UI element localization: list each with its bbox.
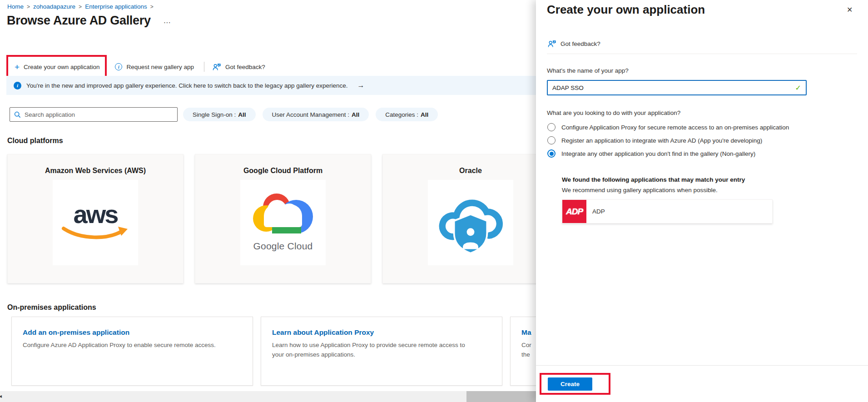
card-oracle-title: Oracle [459,167,482,175]
panel-title: Create your own application [547,3,705,17]
match-subtext: We recommend using gallery applications … [562,187,718,194]
card-google-cloud[interactable]: Google Cloud Platform Google Cloud [195,154,371,283]
radio-icon [547,123,556,131]
got-feedback-button[interactable]: Got feedback? [213,63,265,71]
create-your-own-application-label: Create your own application [24,64,99,70]
annotation-box-create-own: + Create your own application [6,55,107,79]
request-new-gallery-app-label: Request new gallery app [126,64,194,70]
filter-single-sign-on[interactable]: Single Sign-on : All [183,108,256,121]
oracle-logo [428,180,513,265]
arrow-right-icon[interactable]: → [357,81,364,89]
page-title: Browse Azure AD Gallery [7,14,151,28]
valid-checkmark-icon: ✓ [795,84,801,92]
oracle-cloud-shield-icon [435,189,506,256]
radio-integrate-non-gallery[interactable]: Integrate any other application you don'… [547,149,789,158]
command-bar: + Create your own application i Request … [6,55,265,79]
google-cloud-icon [253,194,313,233]
google-cloud-logo: Google Cloud [240,180,326,265]
breadcrumb-separator: > [150,4,154,10]
filter-value: All [421,111,428,118]
create-your-own-application-button[interactable]: + Create your own application [15,63,99,71]
radio-label: Configure Application Proxy for secure r… [561,124,789,131]
cloud-platforms-heading: Cloud platforms [7,137,63,145]
filter-label: Single Sign-on : [193,111,236,118]
search-icon [14,111,21,118]
radio-label: Integrate any other application you don'… [561,150,755,157]
aws-smile-icon [61,225,130,242]
filter-label: User Account Management : [272,111,349,118]
purpose-options: Configure Application Proxy for secure r… [547,123,789,158]
card-learn-application-proxy[interactable]: Learn about Application Proxy Learn how … [261,317,502,386]
adp-logo: ADP [562,200,586,223]
breadcrumb-separator: > [79,4,82,10]
radio-register-application[interactable]: Register an application to integrate wit… [547,136,789,144]
scrollbar-thumb[interactable] [466,391,536,402]
breadcrumb: Home > zohoadapazure > Enterprise applic… [7,3,154,10]
card-title-link[interactable]: Learn about Application Proxy [272,328,491,337]
card-google-cloud-title: Google Cloud Platform [243,167,322,175]
radio-selected-icon [547,149,556,158]
card-body-line: Cor [521,342,531,348]
filter-value: All [352,111,359,118]
horizontal-scrollbar[interactable]: ◂ [0,391,536,402]
filter-categories[interactable]: Categories : All [376,108,438,121]
panel-got-feedback-label: Got feedback? [560,40,600,47]
toolbar-divider [204,62,204,72]
breadcrumb-enterprise-applications[interactable]: Enterprise applications [85,3,147,10]
google-cloud-logo-text: Google Cloud [253,241,313,252]
match-heading: We found the following applications that… [562,176,745,183]
gallery-match-item-adp[interactable]: ADP ADP [562,199,773,223]
filter-label: Categories : [385,111,418,118]
panel-got-feedback-button[interactable]: Got feedback? [548,40,600,48]
app-name-label: What's the name of your app? [547,67,629,74]
breadcrumb-separator: > [27,4,30,10]
card-add-onprem-application[interactable]: Add an on-premises application Configure… [11,317,253,386]
got-feedback-label: Got feedback? [225,64,265,70]
info-filled-icon: i [14,82,21,89]
search-application-input[interactable] [25,111,173,118]
card-body: Configure Azure AD Application Proxy to … [23,341,223,350]
create-button[interactable]: Create [548,377,592,391]
cloud-platform-cards: Amazon Web Services (AWS) aws Google Clo… [7,154,559,283]
filter-user-account-management[interactable]: User Account Management : All [263,108,369,121]
card-body: Learn how to use Application Proxy to pr… [272,341,472,360]
context-menu-icon[interactable]: ⋯ [164,18,171,27]
card-aws[interactable]: Amazon Web Services (AWS) aws [7,154,184,283]
purpose-label: What are you looking to do with your app… [547,109,680,116]
aws-logo: aws [53,180,138,265]
card-aws-title: Amazon Web Services (AWS) [45,167,146,175]
feedback-icon [213,63,221,71]
info-banner[interactable]: i You're in the new and improved app gal… [6,76,536,95]
breadcrumb-zohoadapazure[interactable]: zohoadapazure [33,3,75,10]
create-application-panel: Create your own application ✕ Got feedba… [536,0,868,402]
radio-icon [547,136,556,144]
gallery-match-name: ADP [592,208,605,215]
info-banner-text: You're in the new and improved app galle… [26,82,347,89]
app-name-input[interactable] [552,84,795,91]
close-icon[interactable]: ✕ [845,4,854,16]
search-application-box [10,107,178,122]
filter-pills: Single Sign-on : All User Account Manage… [183,108,438,121]
onprem-heading: On-premises applications [7,303,96,312]
plus-icon: + [15,63,20,71]
card-title-link[interactable]: Add an on-premises application [23,328,242,337]
feedback-icon [548,40,556,48]
panel-footer-divider [536,365,868,366]
panel-divider [547,54,857,54]
radio-label: Register an application to integrate wit… [561,137,762,144]
request-new-gallery-app-button[interactable]: i Request new gallery app [115,63,194,70]
filter-value: All [238,111,246,118]
scrollbar-left-arrow-icon[interactable]: ◂ [0,393,2,399]
aws-logo-text: aws [74,203,118,225]
info-icon: i [115,63,122,70]
card-body-line: the [521,351,530,358]
card-oracle[interactable]: Oracle [382,154,559,283]
breadcrumb-home[interactable]: Home [7,3,24,10]
radio-configure-app-proxy[interactable]: Configure Application Proxy for secure r… [547,123,789,131]
app-name-field: ✓ [547,80,807,95]
